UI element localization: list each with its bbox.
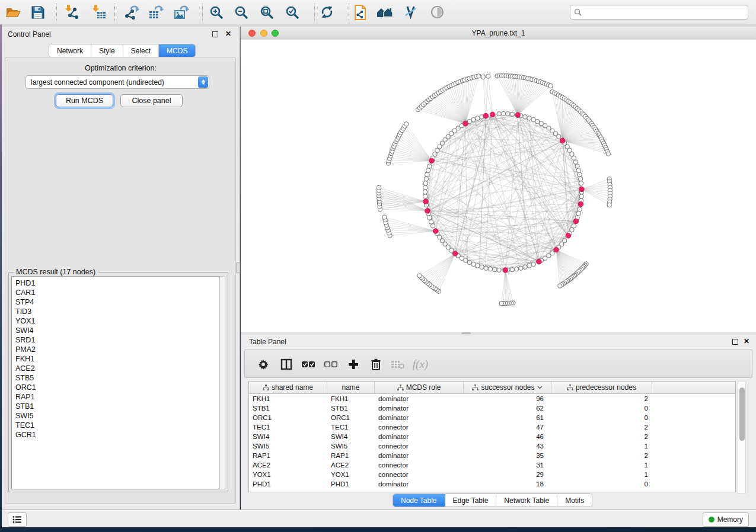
leaf-node[interactable]: [548, 84, 553, 88]
ring-node[interactable]: [423, 190, 427, 194]
table-row[interactable]: ACE2ACE2connector311: [249, 460, 735, 470]
ring-node[interactable]: [497, 268, 501, 272]
mcds-result-item[interactable]: SWI5: [15, 411, 219, 421]
column-header-shared-name[interactable]: shared name: [249, 382, 327, 393]
tab-style[interactable]: Style: [91, 44, 123, 57]
ring-node[interactable]: [531, 262, 535, 266]
ring-node[interactable]: [484, 266, 488, 270]
float-panel-button[interactable]: [211, 30, 219, 39]
column-header-predecessor-nodes[interactable]: predecessor nodes: [551, 382, 652, 393]
ring-node[interactable]: [480, 265, 484, 269]
leaf-node[interactable]: [607, 203, 611, 207]
leaf-node[interactable]: [382, 215, 387, 219]
close-panel-button-mcds[interactable]: Close panel: [120, 94, 183, 107]
tab-mcds[interactable]: MCDS: [159, 44, 195, 57]
table-row[interactable]: FKH1FKH1dominator962: [249, 394, 735, 403]
memory-button[interactable]: Memory: [703, 512, 749, 527]
export-table-icon[interactable]: [148, 4, 164, 20]
ring-node[interactable]: [527, 264, 531, 268]
ring-node[interactable]: [527, 116, 531, 120]
leaf-node[interactable]: [404, 122, 409, 126]
table-row[interactable]: STB1STB1dominator620: [249, 403, 735, 413]
mcds-result-item[interactable]: FKH1: [15, 354, 219, 364]
share-network-document-icon[interactable]: [352, 4, 368, 20]
vertical-splitter-grip[interactable]: [236, 262, 240, 273]
ring-node[interactable]: [523, 265, 527, 269]
import-table-icon[interactable]: [90, 4, 107, 20]
table-float-button[interactable]: [731, 338, 739, 346]
leaf-node[interactable]: [499, 301, 503, 305]
ring-node[interactable]: [429, 220, 433, 224]
close-panel-button[interactable]: ✕: [224, 30, 232, 38]
dominator-node[interactable]: [579, 187, 585, 192]
ring-node[interactable]: [578, 172, 582, 177]
ring-node[interactable]: [476, 264, 480, 268]
add-column-icon[interactable]: [344, 356, 362, 373]
zoom-fit-icon[interactable]: [259, 4, 275, 20]
search-box[interactable]: [570, 5, 748, 20]
tab-motifs[interactable]: Motifs: [557, 494, 592, 507]
dominator-node[interactable]: [554, 247, 559, 252]
mcds-result-item[interactable]: PHD1: [15, 278, 219, 288]
table-scrollbar[interactable]: [738, 381, 746, 493]
table-close-button[interactable]: ✕: [742, 337, 751, 345]
dominator-node[interactable]: [515, 113, 521, 118]
mcds-result-item[interactable]: CAR1: [15, 288, 219, 297]
column-header-name[interactable]: name: [327, 382, 375, 393]
ring-node[interactable]: [423, 185, 428, 190]
network-canvas-svg[interactable]: [241, 40, 756, 332]
mcds-list-scrollbar[interactable]: [219, 276, 225, 489]
mcds-result-item[interactable]: ORC1: [15, 383, 219, 392]
import-network-icon[interactable]: [63, 4, 79, 20]
dominator-node[interactable]: [425, 209, 430, 214]
table-row[interactable]: RAP1RAP1dominator352: [249, 451, 735, 460]
ring-node[interactable]: [425, 172, 429, 177]
mcds-result-item[interactable]: RAP1: [15, 392, 219, 402]
mcds-result-item[interactable]: GCR1: [15, 430, 219, 440]
leaf-node[interactable]: [417, 274, 422, 278]
dominator-node[interactable]: [463, 121, 468, 126]
dominator-node[interactable]: [483, 113, 489, 118]
ring-node[interactable]: [424, 177, 428, 181]
mcds-result-list[interactable]: PHD1CAR1STP4TID3YOX1SWI4SRD1PMA2FKH1ACE2…: [11, 276, 219, 489]
ring-node[interactable]: [519, 266, 523, 270]
table-row[interactable]: TEC1TEC1connector472: [249, 422, 735, 432]
network-window-titlebar[interactable]: YPA_prune.txt_1: [241, 27, 756, 40]
ring-node[interactable]: [576, 211, 580, 216]
ring-node[interactable]: [426, 168, 430, 172]
tab-select[interactable]: Select: [123, 44, 159, 57]
open-file-icon[interactable]: [5, 4, 21, 20]
ring-node[interactable]: [506, 112, 510, 116]
ring-node[interactable]: [423, 194, 428, 198]
leaf-node[interactable]: [481, 75, 485, 79]
criterion-dropdown[interactable]: largest connected component (undirected): [25, 75, 209, 89]
ring-node[interactable]: [471, 262, 476, 266]
ring-node[interactable]: [578, 177, 582, 181]
dominator-node[interactable]: [423, 199, 429, 204]
leaf-node[interactable]: [477, 74, 481, 78]
column-selector-icon[interactable]: [277, 356, 295, 373]
dominator-node[interactable]: [452, 251, 458, 257]
leaf-node[interactable]: [486, 74, 490, 78]
delete-column-trash-icon[interactable]: [367, 356, 385, 373]
tab-network[interactable]: Network: [49, 44, 91, 57]
leaf-node[interactable]: [606, 152, 610, 156]
tab-edge-table[interactable]: Edge Table: [445, 494, 497, 507]
ring-node[interactable]: [573, 160, 578, 164]
ring-node[interactable]: [531, 117, 535, 121]
ring-node[interactable]: [572, 156, 576, 160]
zoom-in-icon[interactable]: [208, 4, 225, 20]
ring-node[interactable]: [576, 168, 580, 172]
ring-node[interactable]: [510, 112, 514, 116]
leaf-node[interactable]: [558, 284, 562, 288]
table-scrollbar-thumb[interactable]: [739, 387, 745, 441]
dominator-node[interactable]: [429, 158, 435, 164]
ring-node[interactable]: [428, 164, 432, 168]
dominator-node[interactable]: [578, 201, 583, 207]
table-row[interactable]: PHD1PHD1dominator180: [249, 479, 735, 489]
ring-node[interactable]: [423, 181, 428, 185]
mcds-result-item[interactable]: SWI4: [15, 326, 219, 335]
ring-node[interactable]: [428, 216, 432, 220]
table-row[interactable]: SWI4SWI4dominator462: [249, 432, 735, 441]
run-mcds-button[interactable]: Run MCDS: [56, 94, 113, 107]
